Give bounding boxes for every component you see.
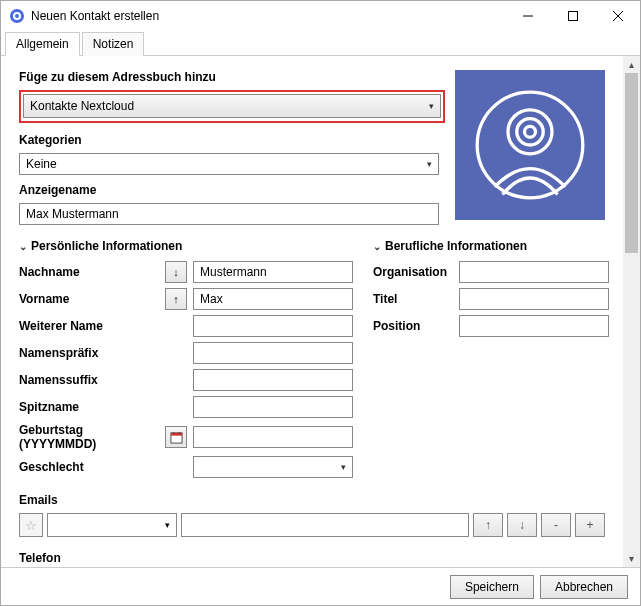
displayname-input[interactable]: Max Mustermann xyxy=(19,203,439,225)
minimize-button[interactable] xyxy=(505,1,550,31)
svg-rect-12 xyxy=(170,432,181,435)
move-up-button[interactable]: ↑ xyxy=(165,288,187,310)
email-type-select[interactable]: ▾ xyxy=(47,513,177,537)
lastname-input[interactable]: Mustermann xyxy=(193,261,353,283)
scroll-track[interactable] xyxy=(623,253,640,550)
scroll-down-arrow[interactable]: ▾ xyxy=(623,550,640,567)
gender-select[interactable]: ▾ xyxy=(193,456,353,478)
phone-header: Telefon xyxy=(19,551,605,565)
categories-label: Kategorien xyxy=(19,133,445,147)
email-down-button[interactable]: ↓ xyxy=(507,513,537,537)
firstname-label: Vorname xyxy=(19,292,159,306)
addressbook-label: Füge zu diesem Adressbuch hinzu xyxy=(19,70,445,84)
position-input[interactable] xyxy=(459,315,609,337)
personal-header[interactable]: ⌄ Persönliche Informationen xyxy=(19,239,353,253)
displayname-label: Anzeigename xyxy=(19,183,445,197)
lastname-label: Nachname xyxy=(19,265,159,279)
prefix-label: Namenspräfix xyxy=(19,346,159,360)
birthday-input[interactable] xyxy=(193,426,353,448)
addressbook-value: Kontakte Nextcloud xyxy=(30,99,134,113)
suffix-input[interactable] xyxy=(193,369,353,391)
svg-point-8 xyxy=(508,110,552,154)
window-title: Neuen Kontakt erstellen xyxy=(31,9,505,23)
scroll-up-arrow[interactable]: ▴ xyxy=(623,56,640,73)
svg-point-9 xyxy=(517,119,543,145)
email-up-button[interactable]: ↑ xyxy=(473,513,503,537)
move-down-button[interactable]: ↓ xyxy=(165,261,187,283)
chevron-down-icon: ▾ xyxy=(341,462,346,472)
title-label: Titel xyxy=(373,292,453,306)
svg-point-10 xyxy=(525,126,536,137)
avatar-placeholder[interactable] xyxy=(455,70,605,220)
email-remove-button[interactable]: - xyxy=(541,513,571,537)
tab-general[interactable]: Allgemein xyxy=(5,32,80,56)
nickname-input[interactable] xyxy=(193,396,353,418)
svg-rect-4 xyxy=(568,12,577,21)
cancel-button[interactable]: Abbrechen xyxy=(540,575,628,599)
emails-header: Emails xyxy=(19,493,605,507)
addressbook-highlight: Kontakte Nextcloud ▾ xyxy=(19,90,445,123)
birthday-label: Geburtstag (YYYYMMDD) xyxy=(19,423,159,451)
email-add-button[interactable]: + xyxy=(575,513,605,537)
chevron-down-icon: ▾ xyxy=(165,520,170,530)
prefix-input[interactable] xyxy=(193,342,353,364)
scrollbar[interactable]: ▴ ▾ xyxy=(623,56,640,567)
gender-label: Geschlecht xyxy=(19,460,159,474)
business-header[interactable]: ⌄ Berufliche Informationen xyxy=(373,239,609,253)
firstname-input[interactable]: Max xyxy=(193,288,353,310)
categories-select[interactable]: Keine ▾ xyxy=(19,153,439,175)
displayname-value: Max Mustermann xyxy=(26,207,119,221)
svg-point-2 xyxy=(15,14,19,18)
maximize-button[interactable] xyxy=(550,1,595,31)
close-button[interactable] xyxy=(595,1,640,31)
nickname-label: Spitzname xyxy=(19,400,159,414)
org-label: Organisation xyxy=(373,265,453,279)
email-input[interactable] xyxy=(181,513,469,537)
star-button[interactable]: ☆ xyxy=(19,513,43,537)
position-label: Position xyxy=(373,319,453,333)
categories-value: Keine xyxy=(26,157,57,171)
tab-notes[interactable]: Notizen xyxy=(82,32,145,56)
addressbook-select[interactable]: Kontakte Nextcloud ▾ xyxy=(23,94,441,118)
chevron-down-icon: ⌄ xyxy=(19,241,27,252)
chevron-down-icon: ▾ xyxy=(429,101,434,111)
scroll-thumb[interactable] xyxy=(625,73,638,253)
suffix-label: Namenssuffix xyxy=(19,373,159,387)
app-icon xyxy=(9,8,25,24)
chevron-down-icon: ▾ xyxy=(427,159,432,169)
title-input[interactable] xyxy=(459,288,609,310)
calendar-button[interactable] xyxy=(165,426,187,448)
org-input[interactable] xyxy=(459,261,609,283)
chevron-down-icon: ⌄ xyxy=(373,241,381,252)
othername-input[interactable] xyxy=(193,315,353,337)
save-button[interactable]: Speichern xyxy=(450,575,534,599)
othername-label: Weiterer Name xyxy=(19,319,159,333)
